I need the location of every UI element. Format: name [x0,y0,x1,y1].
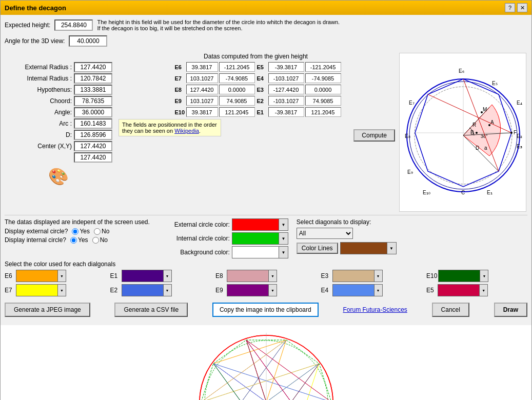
generate-csv-button[interactable]: Generate a CSV file [114,303,188,317]
external-radius-row: External Radius : [5,62,112,72]
svg-text:E₉: E₉ [407,169,413,175]
external-radius-value[interactable] [74,62,112,72]
angle-stat-label: Angle: [54,109,72,116]
cancel-button[interactable]: Cancel [432,303,469,317]
diag-e4-item: E4 ▼ [321,284,422,296]
color-lines-arrow[interactable]: ▼ [387,243,396,254]
internal-no-radio[interactable] [92,237,99,244]
svg-line-32 [428,94,511,133]
diag-e1-swatch [122,270,163,282]
diag-e8-arrow[interactable]: ▼ [268,270,277,282]
diagonals-select[interactable]: All None [297,228,353,239]
diag-e3-arrow[interactable]: ▼ [374,270,382,282]
copy-clipboard-button[interactable]: Copy the image into the clipboard [212,303,319,317]
middle-panel: Datas computed from the given height E6 [116,53,395,212]
diag-e5-arrow[interactable]: ▼ [479,285,487,296]
angle-input[interactable] [69,35,107,47]
e10-y-input[interactable] [219,107,255,117]
expected-height-input[interactable] [54,19,93,31]
svg-point-10 [476,132,478,134]
diag-e9-label: E9 [215,287,226,294]
draw-button[interactable]: Draw [494,303,527,317]
hypothenus-value[interactable] [74,85,112,95]
diag-e3-label: E3 [321,272,331,279]
arc-label: Arc : [59,120,72,127]
e5-x-input[interactable] [268,62,304,72]
e4-y-input[interactable] [305,73,341,83]
e8-y-input[interactable] [219,85,255,94]
external-color-swatch [232,219,279,230]
diag-e6-label: E6 [5,272,15,279]
diag-e6-arrow[interactable]: ▼ [57,270,66,282]
display-external-label: Display external circle? [5,228,68,235]
e4-x-input[interactable] [268,73,304,83]
internal-no-radio-wrapper[interactable]: No [92,236,108,244]
window-title: Define the decagon [5,4,66,12]
background-color-swatch [232,247,279,258]
e8-x-input[interactable] [186,85,218,94]
svg-text:36°: 36° [481,134,488,139]
diag-e7-arrow[interactable]: ▼ [57,285,66,296]
arc-value[interactable] [74,118,112,129]
choord-label: Choord: [50,97,72,105]
bg-color-arrow[interactable]: ▼ [279,247,288,258]
internal-yes-radio[interactable] [70,237,77,244]
external-yes-radio-wrapper[interactable]: Yes [72,228,90,235]
help-button[interactable]: ? [505,3,515,12]
e5-y-input[interactable] [305,62,341,72]
internal-yes-radio-wrapper[interactable]: Yes [70,236,88,244]
diag-e5-label: E5 [426,287,437,294]
main-window: Define the decagon ? ✕ Expected height: … [0,0,532,400]
color-lines-button[interactable]: Color Lines [297,243,338,254]
close-button[interactable]: ✕ [517,3,527,12]
external-no-radio[interactable] [94,228,101,235]
choord-value[interactable] [74,96,112,106]
diag-e9-item: E9 ▼ [215,284,316,296]
svg-text:F: F [514,130,517,135]
e9-x-input[interactable] [186,96,218,106]
e10-x-input[interactable] [186,107,218,117]
diag-e9-arrow[interactable]: ▼ [268,285,277,296]
diagram-box: M A B R D [399,53,526,212]
angle-stat-value[interactable] [74,107,112,117]
diag-e4-arrow[interactable]: ▼ [374,285,382,296]
external-radius-label: External Radius : [25,64,72,71]
hypothenus-row: Hypothenus: [5,85,112,95]
e3-x-input[interactable] [268,85,304,94]
svg-text:E₅: E₅ [492,81,498,86]
e6-y-input[interactable] [219,62,255,72]
center-y-value[interactable] [74,152,112,163]
external-yes-radio[interactable] [72,228,78,235]
diag-e8-item: E8 ▼ [215,270,316,282]
external-color-arrow[interactable]: ▼ [279,219,288,230]
e7-y-input[interactable] [219,73,255,83]
center-x-value[interactable] [74,141,112,151]
external-no-radio-wrapper[interactable]: No [94,228,109,235]
internal-radius-row: Internal Radius : [5,73,112,84]
d-value[interactable] [74,130,112,140]
forum-link[interactable]: Forum Futura-Sciences [343,306,407,313]
top-row: Expected height: The height in this fiel… [5,19,527,31]
e2-y-input[interactable] [305,96,341,106]
diag-e2-arrow[interactable]: ▼ [163,285,171,296]
e3-y-input[interactable] [305,85,341,94]
svg-text:E₁: E₁ [487,190,492,195]
d-row: D: [5,130,112,140]
drawing-area: // computed in rendering [1,325,531,400]
diag-e10-arrow[interactable]: ▼ [480,270,488,282]
e1-x-input[interactable] [268,107,304,117]
compute-button[interactable]: Compute [353,129,395,142]
e7-x-input[interactable] [186,73,218,83]
wikipedia-link[interactable]: Wikipedia [174,128,199,134]
e9-y-input[interactable] [219,96,255,106]
generate-jpeg-button[interactable]: Generate a JPEG image [5,303,90,317]
svg-line-37 [213,340,286,400]
diag-e10-label: E10 [426,272,437,279]
internal-radius-value[interactable] [74,73,112,84]
e1-y-input[interactable] [305,107,341,117]
internal-color-arrow[interactable]: ▼ [279,233,288,244]
e2-x-input[interactable] [268,96,304,106]
svg-line-60 [213,364,331,400]
e6-x-input[interactable] [186,62,218,72]
diag-e1-arrow[interactable]: ▼ [163,270,171,282]
